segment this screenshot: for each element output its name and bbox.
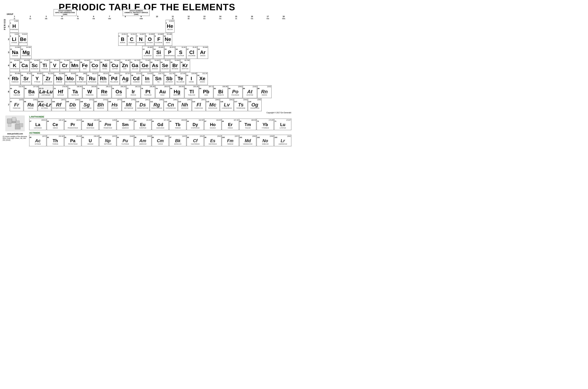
svg-rect-6 [16,121,20,124]
element-Rh: 45102.91RhRHODIUM [98,72,109,85]
element-Cr: 2451.996CrCHROMIUM [60,59,70,72]
placeholder-p2-g7 [64,33,73,46]
svg-rect-9 [20,123,23,127]
element-Pu: 94(244)PuPLUTONIUM [117,135,134,146]
element-Sg: 106(271)SgSEABORGIUM [80,98,94,111]
element-U: 92238.03UURANIUM [82,135,99,146]
placeholder-p3-g12 [131,46,142,59]
group-header-9: 9VIIIB [133,16,149,20]
element-Rg: 111(280)RgROENTGENIUM [150,98,163,111]
element-Ge: 3272.64GeGERMANIUM [140,59,150,72]
element-Pb: 82207.2PbLEAD [199,85,213,98]
group-header-17: 17VIIA [260,16,275,20]
group-header-12: 12IIB [181,16,196,20]
group-header-18: 18VIIIA [276,16,291,20]
placeholder-p3-g5 [54,46,65,59]
placeholder-p2-g12 [109,33,118,46]
element-Ga: 3169.723GaGALLIUM [130,59,140,72]
actinide-label: ACTINIDE [29,131,291,134]
element-Cm: 96(247)CmCURIUM [152,135,169,146]
element-Bk: 97(247)BkBERKELIUM [169,135,186,146]
element-As: 3374.922AsARSENIC [150,59,160,72]
period-row-6: 55132.91CsCAESIUM56137.33BaBARIUM57-71La… [10,85,271,98]
placeholder-p3-g9 [98,46,109,59]
element-Sb: 51121.76SbANTIMONY [164,72,175,85]
placeholder-p1-g16 [147,20,156,32]
element-Cn: 112(285)CnCOPERNICIUM [164,98,177,111]
svg-rect-5 [12,117,16,121]
element-Si: 1428.085SiSILICON [153,46,164,59]
element-Ac-Lr: 89-103Ac-LrActinide [38,98,51,111]
placeholder-p1-g15 [138,20,147,32]
element-Li: 36.94LiLITHIUM [10,33,18,46]
element-Hf: 72178.49HfHAFNIUM [54,85,68,98]
page-title: PERIODIC TABLE OF THE ELEMENTS [3,2,291,12]
element-Os: 76190.23OsOSMIUM [112,85,126,98]
element-La-Lu: 57-71La-LuLanthanide [39,85,53,98]
element-Np: 93(237)NpNEPTUNIUM [99,135,116,146]
period-number-2: 2 [7,38,9,40]
period-number-3: 3 [7,51,9,54]
placeholder-p2-g3 [28,33,36,46]
element-Zr: 4091.224ZrZIRCONIUM [43,72,54,85]
element-Ho: 67164.93HoHOLMIUM [204,119,221,130]
element-Ag: 47107.87AgSILVER [120,72,131,85]
element-Kr: 3683.798KrKRYPTON [180,59,190,72]
group-header-5: 5VB [70,16,86,20]
element-Pt: 78195.08PtPLATINUM [141,85,155,98]
group-header-10: 10 [149,16,164,20]
group-header-11: 11IB [165,16,180,20]
element-Dy: 66162.50DyDYSPROSIUM [187,119,204,130]
element-Es: 99(252)EsEINSTEINIUM [204,135,221,146]
element-Db: 105(268)DbDUBNIUM [66,98,80,111]
element-Og: 118(294)OgOGANESSON [248,98,261,111]
placeholder-p2-g4 [37,33,45,46]
placeholder-p1-g7 [65,20,74,32]
element-Nh: 113(285)NhNIHONIUM [178,98,192,111]
placeholder-p1-g14 [129,20,138,32]
period-number-6: 6 [7,91,9,93]
element-Ce: 58140.12CeCERIUM [47,119,64,130]
element-Sm: 62150.36SmSAMARIUM [117,119,134,130]
element-Cu: 2963.546CuCOPPER [110,59,120,72]
placeholder-p1-g10 [92,20,101,32]
element-Pm: 61(145)PmPROMETHIUM [99,119,116,130]
element-Ni: 2858.693NiNICKEL [100,59,110,72]
element-Rn: 86(222)RnRADON [257,85,271,98]
element-La: 57138.91LaLANTHANUM [29,119,46,130]
placeholder-p3-g11 [120,46,131,59]
placeholder-p3-g8 [87,46,98,59]
element-Au: 79196.97AuGOLD [155,85,169,98]
element-Rb: 3785.468RbRUBIDIUM [10,72,20,85]
element-Ca: 2040.078CaCALCIUM [20,59,30,72]
copyright: Copyright © 2017 Eni Generalić [3,112,291,114]
placeholder-p3-g7 [76,46,87,59]
placeholder-p1-g12 [110,20,119,32]
element-H: 11.008HHYDROGEN [10,20,19,32]
period-number-7: 7 [7,104,9,106]
element-S: 1632.06SSULPHUR [175,46,186,59]
element-At: 85(210)AtASTATINE [243,85,257,98]
element-C: 612.011CCARBON [127,33,136,46]
element-Fl: 114(287)FlFLEROVIUM [192,98,206,111]
element-Rf: 104(267)RfRUTHERFORDIUM [52,98,65,111]
element-Mc: 115(289)McMOSCOVIUM [206,98,220,111]
element-Lr: 103(262)LrLAWRENCIUM [274,135,291,146]
page: { "title": "PERIODIC TABLE OF THE ELEMEN… [0,0,294,148]
element-Cf: 98(251)CfCALIFORNIUM [187,135,204,146]
element-Gd: 64157.25GdGADOLINIUM [152,119,169,130]
element-No: 102(259)NoNOBELIUM [257,135,274,146]
period-number-1: 1 [7,25,9,28]
element-W: 74183.84WTUNGSTEN [83,85,97,98]
placeholder-p2-g9 [82,33,91,46]
element-Sr: 3887.62SrSTRONTIUM [21,72,31,85]
element-Cl: 1735.45ClCHLORINE [187,46,197,59]
element-Fr: 87(223)FrFRANCIUM [10,98,23,111]
element-Mo: 4295.95MoMOLYBDENUM [65,72,75,85]
element-Ne: 1020.180NeNEON [163,33,172,46]
element-Lu: 71174.97LuLUTETIUM [274,119,291,130]
element-Ta: 73180.95TaTANTALUM [68,85,82,98]
element-Mt: 109(276)MtMEITNERIUM [122,98,135,111]
element-Yb: 70173.05YbYTTERBIUM [257,119,274,130]
group-header-15: 15VA [228,16,244,20]
